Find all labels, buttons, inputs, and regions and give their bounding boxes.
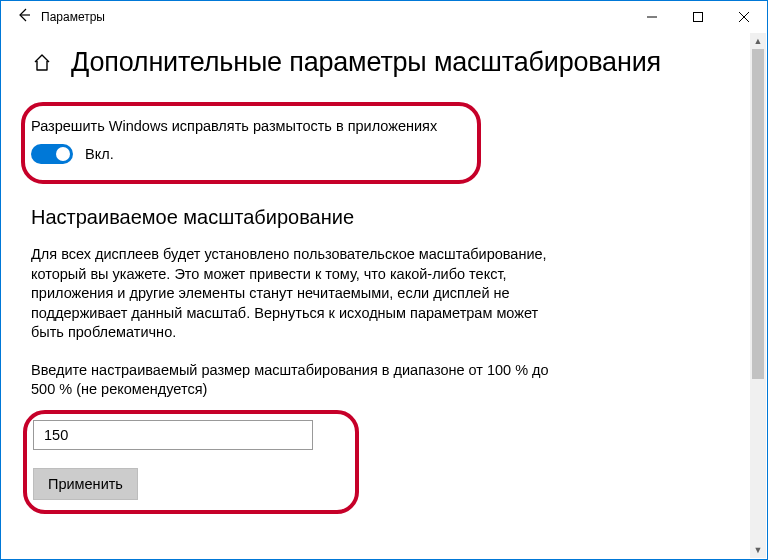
maximize-icon [693, 12, 703, 22]
svg-rect-0 [694, 13, 703, 22]
fix-blur-label: Разрешить Windows исправлять размытость … [31, 118, 463, 134]
arrow-left-icon [15, 7, 31, 23]
fix-blur-state: Вкл. [85, 146, 114, 162]
minimize-button[interactable] [629, 1, 675, 33]
scrollbar-thumb[interactable] [752, 49, 764, 379]
scroll-down-button[interactable]: ▼ [750, 542, 766, 558]
custom-scaling-input-highlight: Применить [23, 410, 359, 514]
custom-scaling-description: Для всех дисплеев будет установлено поль… [31, 245, 551, 343]
toggle-knob [56, 147, 70, 161]
fix-blur-toggle[interactable] [31, 144, 73, 164]
scroll-up-button[interactable]: ▲ [750, 33, 766, 49]
apply-button[interactable]: Применить [33, 468, 138, 500]
page-title: Дополнительные параметры масштабирования [71, 47, 661, 78]
close-icon [739, 12, 749, 22]
home-button[interactable] [31, 52, 53, 74]
window-controls [629, 1, 767, 33]
page-header: Дополнительные параметры масштабирования [31, 47, 737, 78]
back-button[interactable] [9, 7, 37, 27]
home-icon [32, 53, 52, 73]
custom-scaling-input-hint: Введите настраиваемый размер масштабиров… [31, 361, 561, 400]
custom-scaling-heading: Настраиваемое масштабирование [31, 206, 737, 229]
custom-scaling-input[interactable] [33, 420, 313, 450]
maximize-button[interactable] [675, 1, 721, 33]
fix-blur-section-highlight: Разрешить Windows исправлять размытость … [21, 102, 481, 184]
fix-blur-toggle-row: Вкл. [31, 144, 463, 164]
vertical-scrollbar[interactable]: ▲ ▼ [750, 33, 766, 558]
content-area: Дополнительные параметры масштабирования… [1, 33, 767, 514]
close-button[interactable] [721, 1, 767, 33]
minimize-icon [647, 12, 657, 22]
settings-window: Параметры Дополнительные параметры масшт… [0, 0, 768, 560]
